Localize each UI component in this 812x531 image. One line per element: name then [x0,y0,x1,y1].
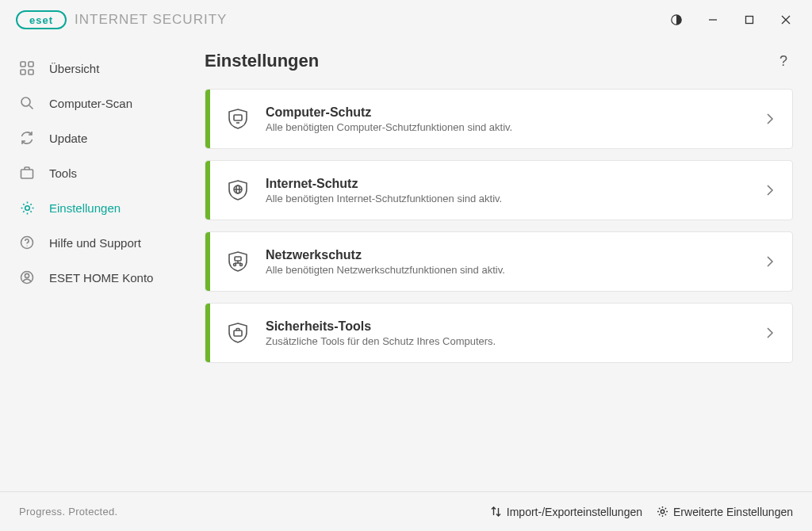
search-icon [19,95,35,111]
chevron-right-icon [748,113,792,125]
update-icon [19,130,35,146]
chevron-right-icon [748,184,792,197]
sidebar-item-label: Hilfe und Support [49,236,141,250]
svg-point-27 [234,264,236,266]
tagline: Progress. Protected. [19,506,118,518]
account-icon [19,269,35,285]
card-subtitle: Alle benötigten Computer-Schutzfunktione… [266,121,748,133]
svg-rect-29 [234,330,242,336]
sidebar-item-settings[interactable]: Einstellungen [0,190,182,225]
card-security-tools[interactable]: Sicherheits-Tools Zusätzliche Tools für … [205,303,793,363]
svg-point-18 [25,273,29,277]
sidebar-item-scan[interactable]: Computer-Scan [0,86,182,120]
shield-tools-icon [210,321,266,345]
svg-point-28 [240,264,243,266]
card-subtitle: Zusätzliche Tools für den Schutz Ihres C… [266,335,748,347]
sidebar: Übersicht Computer-Scan Update Tools Ein… [0,40,182,491]
svg-rect-7 [21,62,25,67]
svg-point-32 [661,510,664,513]
svg-rect-24 [235,257,241,261]
sidebar-item-overview[interactable]: Übersicht [0,51,182,86]
sidebar-item-account[interactable]: ESET HOME Konto [0,260,182,295]
svg-rect-9 [21,70,25,74]
shield-globe-icon [210,178,266,202]
chevron-right-icon [748,255,792,268]
product-name: INTERNET SECURITY [75,12,227,28]
svg-point-14 [25,205,29,210]
svg-rect-19 [234,115,242,120]
svg-line-12 [29,105,33,109]
card-title: Sicherheits-Tools [266,319,748,334]
close-button[interactable] [768,4,804,36]
sidebar-item-label: Tools [49,166,77,180]
card-title: Computer-Schutz [266,105,748,120]
svg-text:eset: eset [29,14,53,26]
card-internet-protection[interactable]: Internet-Schutz Alle benötigten Internet… [205,160,793,220]
footer-link-label: Import-/Exporteinstellungen [507,506,642,518]
eset-logo-icon: eset [16,10,67,29]
footer-link-label: Erweiterte Einstellungen [673,506,793,518]
card-subtitle: Alle benötigten Internet-Schutzfunktione… [266,193,748,204]
sidebar-item-help[interactable]: Hilfe und Support [0,225,182,260]
import-export-button[interactable]: Import-/Exporteinstellungen [490,506,642,518]
main-content: Einstellungen ? Computer-Schutz Alle ben… [182,40,812,491]
page-title: Einstellungen [205,51,319,71]
import-export-icon [490,506,502,518]
card-computer-protection[interactable]: Computer-Schutz Alle benötigten Computer… [205,89,793,149]
briefcase-icon [19,165,35,181]
sidebar-item-label: Einstellungen [49,201,121,215]
card-title: Internet-Schutz [266,177,748,191]
svg-point-11 [21,97,30,106]
gear-icon [19,200,35,216]
window-controls [658,4,804,36]
svg-rect-4 [746,17,753,24]
title-bar: eset INTERNET SECURITY [0,0,812,40]
theme-toggle-button[interactable] [658,4,695,36]
brand: eset INTERNET SECURITY [16,10,227,29]
card-subtitle: Alle benötigten Netzwerkschutzfunktionen… [266,264,748,276]
sidebar-item-label: Computer-Scan [49,97,132,110]
svg-rect-13 [21,170,33,178]
sidebar-item-update[interactable]: Update [0,120,182,155]
help-button[interactable]: ? [774,52,793,71]
advanced-settings-button[interactable]: Erweiterte Einstellungen [657,506,793,518]
svg-rect-10 [29,70,33,74]
svg-rect-8 [29,62,33,67]
gear-icon [657,506,668,518]
help-icon [19,235,35,250]
maximize-button[interactable] [731,4,768,36]
footer-bar: Progress. Protected. Import-/Exporteinst… [0,491,812,531]
shield-monitor-icon [210,107,266,131]
sidebar-item-tools[interactable]: Tools [0,155,182,190]
shield-network-icon [210,250,266,273]
svg-point-16 [26,245,27,246]
settings-card-list: Computer-Schutz Alle benötigten Computer… [205,89,793,363]
sidebar-item-label: Übersicht [49,62,99,75]
sidebar-item-label: ESET HOME Konto [49,271,153,285]
overview-icon [19,60,35,76]
card-network-protection[interactable]: Netzwerkschutz Alle benötigten Netzwerks… [205,231,793,292]
sidebar-item-label: Update [49,132,87,145]
card-title: Netzwerkschutz [266,248,748,262]
minimize-button[interactable] [695,4,731,36]
chevron-right-icon [748,327,792,339]
